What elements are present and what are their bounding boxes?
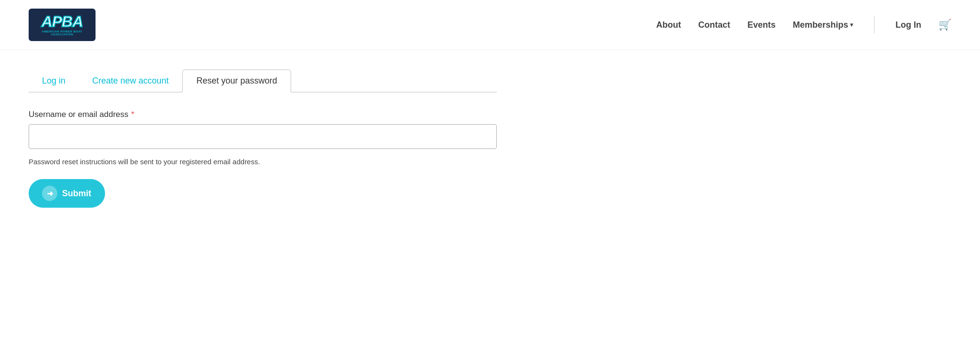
reset-password-form: Username or email address * Password res… <box>29 110 497 208</box>
submit-arrow-icon: ➜ <box>42 186 57 201</box>
main-nav: About Contact Events Memberships ▾ Log I… <box>656 16 951 33</box>
nav-divider <box>874 16 874 33</box>
nav-events[interactable]: Events <box>747 20 776 30</box>
nav-contact[interactable]: Contact <box>698 20 730 30</box>
site-header: APBA AMERICAN POWER BOAT ASSOCIATION Abo… <box>0 0 980 50</box>
helper-text: Password reset instructions will be sent… <box>29 158 497 166</box>
nav-memberships-label: Memberships <box>793 20 848 30</box>
logo-text: APBA <box>42 14 83 29</box>
logo-area: APBA AMERICAN POWER BOAT ASSOCIATION <box>29 9 96 41</box>
logo-subtitle: AMERICAN POWER BOAT ASSOCIATION <box>34 30 90 36</box>
nav-memberships[interactable]: Memberships ▾ <box>793 20 853 30</box>
username-label-text: Username or email address <box>29 110 128 119</box>
username-email-input[interactable] <box>29 124 497 149</box>
logo: APBA AMERICAN POWER BOAT ASSOCIATION <box>29 9 96 41</box>
submit-label: Submit <box>62 189 91 199</box>
main-content: Log in Create new account Reset your pas… <box>0 50 525 227</box>
tab-bar: Log in Create new account Reset your pas… <box>29 69 497 93</box>
tab-reset-password[interactable]: Reset your password <box>182 69 291 93</box>
cart-icon[interactable]: 🛒 <box>938 19 951 31</box>
chevron-down-icon: ▾ <box>850 21 853 28</box>
nav-login[interactable]: Log In <box>895 20 921 30</box>
required-star: * <box>131 110 134 119</box>
username-field-label: Username or email address * <box>29 110 497 119</box>
tab-login[interactable]: Log in <box>29 70 79 93</box>
tab-create-account[interactable]: Create new account <box>79 70 182 93</box>
submit-button[interactable]: ➜ Submit <box>29 179 105 208</box>
nav-about[interactable]: About <box>656 20 681 30</box>
